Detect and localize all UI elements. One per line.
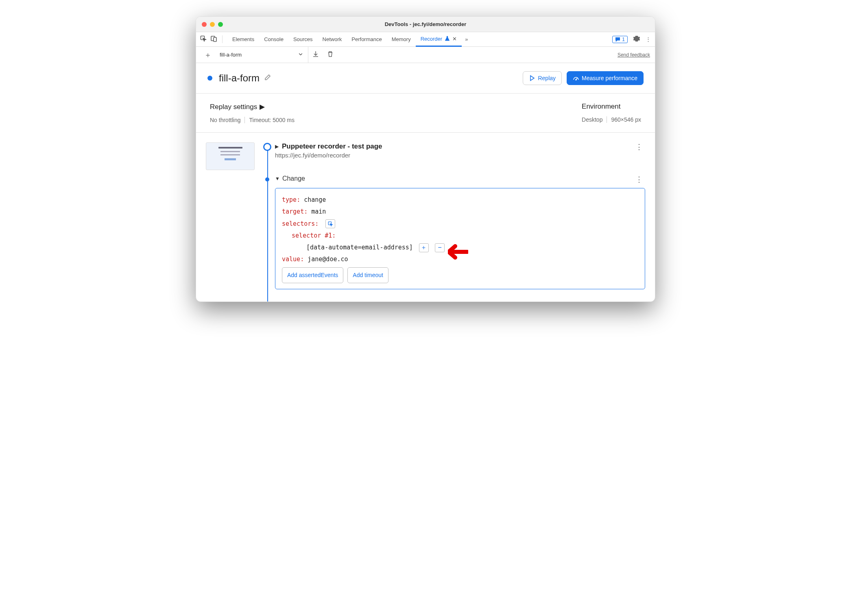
tab-recorder-label: Recorder [421, 36, 442, 42]
tab-performance[interactable]: Performance [347, 32, 386, 47]
target-key: target [282, 208, 304, 215]
traffic-lights [202, 22, 223, 27]
edit-title-icon[interactable] [264, 74, 271, 82]
throttling-value: No throttling [210, 117, 240, 123]
flask-icon [445, 36, 450, 42]
settings-panel: Replay settings ▶ No throttling Timeout:… [196, 94, 655, 133]
step-start-url: https://jec.fyi/demo/recorder [275, 152, 645, 159]
step-change-bullet-icon [265, 177, 269, 181]
element-picker-icon[interactable] [325, 219, 335, 228]
add-asserted-events-button[interactable]: Add assertedEvents [282, 267, 343, 283]
target-value[interactable]: main [311, 208, 326, 215]
timeline: ⋮ ▶ Puppeteer recorder - test page https… [263, 142, 645, 301]
tab-network[interactable]: Network [318, 32, 347, 47]
recording-header: fill-a-form Replay Measure performance [196, 63, 655, 93]
recorder-toolbar: ＋ fill-a-form Send feedback [196, 47, 655, 63]
device-value: Desktop [582, 116, 602, 123]
chevron-right-icon: ▶ [260, 103, 265, 111]
timeline-line [267, 147, 268, 301]
step-start-menu-icon[interactable]: ⋮ [635, 142, 643, 151]
type-value[interactable]: change [304, 196, 326, 203]
minimize-icon[interactable] [210, 22, 215, 27]
step-start-title: Puppeteer recorder - test page [282, 142, 382, 151]
devtools-tabs: Elements Console Sources Network Perform… [196, 32, 655, 47]
tab-elements[interactable]: Elements [227, 32, 259, 47]
inspect-icon[interactable] [200, 35, 207, 43]
replay-settings-heading[interactable]: Replay settings ▶ [210, 103, 582, 111]
close-tab-icon[interactable]: ✕ [452, 36, 457, 42]
measure-performance-button[interactable]: Measure performance [567, 71, 644, 85]
recording-dropdown[interactable]: fill-a-form [215, 47, 308, 63]
step-details: type: change target: main selectors: [275, 188, 645, 289]
tab-memory[interactable]: Memory [387, 32, 416, 47]
issues-count: 1 [622, 37, 625, 42]
collapse-icon[interactable]: ▼ [275, 176, 280, 181]
send-feedback-link[interactable]: Send feedback [618, 52, 650, 58]
svg-point-3 [576, 79, 576, 80]
recording-status-icon [207, 76, 212, 81]
new-recording-icon[interactable]: ＋ [201, 50, 215, 60]
add-selector-icon[interactable]: ＋ [419, 243, 429, 252]
gear-icon[interactable] [633, 35, 640, 43]
value-key: value [282, 256, 300, 263]
replay-button[interactable]: Replay [523, 71, 562, 85]
expand-icon[interactable]: ▶ [275, 144, 279, 149]
timeout-value: Timeout: 5000 ms [244, 117, 295, 123]
selector-num-key: selector #1 [292, 232, 332, 239]
page-thumbnail [206, 142, 255, 170]
environment-heading: Environment [582, 103, 641, 111]
add-timeout-button[interactable]: Add timeout [347, 267, 388, 283]
delete-icon[interactable] [323, 51, 338, 59]
value-value[interactable]: jane@doe.co [308, 256, 348, 263]
replay-settings-label: Replay settings [210, 103, 257, 111]
recording-title: fill-a-form [219, 72, 260, 84]
download-icon[interactable] [308, 51, 323, 59]
more-tabs-icon[interactable]: » [462, 36, 471, 42]
viewport-value: 960×546 px [607, 116, 641, 123]
selectors-key: selectors [282, 220, 315, 227]
titlebar: DevTools - jec.fyi/demo/recorder [196, 17, 655, 32]
kebab-menu-icon[interactable]: ⋮ [646, 36, 651, 42]
step-change-menu-icon[interactable]: ⋮ [635, 175, 643, 184]
maximize-icon[interactable] [218, 22, 223, 27]
red-arrow-annotation-icon [448, 236, 468, 272]
window-title: DevTools - jec.fyi/demo/recorder [196, 21, 655, 27]
type-key: type [282, 196, 297, 203]
remove-selector-icon[interactable]: − [435, 243, 445, 252]
devtools-window: DevTools - jec.fyi/demo/recorder Element… [196, 16, 655, 302]
selector-value[interactable]: [data-automate=email-address] [306, 244, 413, 251]
step-change-label: Change [282, 175, 305, 182]
steps-body: ⋮ ▶ Puppeteer recorder - test page https… [196, 133, 655, 301]
tab-recorder[interactable]: Recorder ✕ [416, 32, 462, 47]
issues-badge[interactable]: 1 [612, 36, 628, 43]
step-change[interactable]: ⋮ ▼ Change type: change target: main [275, 175, 645, 289]
chevron-down-icon [298, 51, 303, 59]
step-start[interactable]: ⋮ ▶ Puppeteer recorder - test page https… [275, 142, 645, 159]
tab-console[interactable]: Console [259, 32, 288, 47]
step-start-bullet-icon [263, 143, 271, 151]
recording-dropdown-label: fill-a-form [220, 52, 242, 58]
close-icon[interactable] [202, 22, 207, 27]
device-toggle-icon[interactable] [211, 35, 217, 43]
replay-button-label: Replay [538, 75, 556, 81]
measure-button-label: Measure performance [582, 75, 637, 81]
tab-sources[interactable]: Sources [288, 32, 318, 47]
svg-rect-2 [214, 37, 216, 42]
